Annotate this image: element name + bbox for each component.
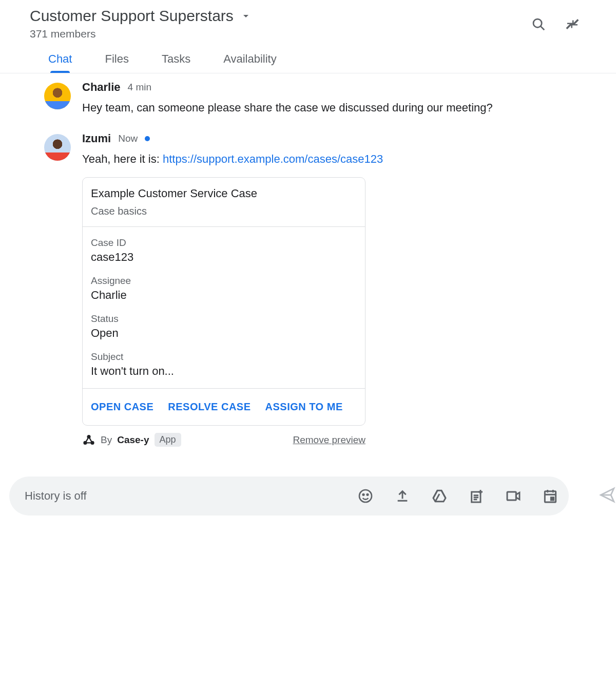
message-body: Hey team, can someone please share the c… <box>82 99 566 117</box>
message-author: Izumi <box>82 132 111 145</box>
svg-point-6 <box>363 494 364 496</box>
field-value: It won't turn on... <box>91 365 357 378</box>
app-name: Case-y <box>117 434 149 446</box>
tabs: Chat Files Tasks Availability <box>0 52 616 73</box>
svg-rect-9 <box>507 492 516 500</box>
message-timestamp: Now <box>118 133 138 144</box>
webhook-icon <box>82 433 95 447</box>
svg-point-7 <box>367 494 369 496</box>
composer[interactable]: History is off <box>9 477 569 516</box>
upload-icon[interactable] <box>394 488 411 504</box>
message-text: Yeah, here it is: <box>82 153 163 165</box>
field-label: Status <box>91 313 357 325</box>
field-value: Open <box>91 327 357 340</box>
card-subtitle: Case basics <box>91 205 357 217</box>
svg-point-4 <box>91 442 94 444</box>
calendar-icon[interactable] <box>542 488 559 504</box>
composer-placeholder: History is off <box>25 489 357 503</box>
message: Charlie 4 min Hey team, can someone plea… <box>30 81 586 117</box>
field-label: Case ID <box>91 237 357 249</box>
collapse-icon[interactable] <box>565 16 580 32</box>
avatar <box>44 134 71 161</box>
svg-point-0 <box>533 19 542 27</box>
message-author: Charlie <box>82 81 121 94</box>
send-icon[interactable] <box>599 486 616 504</box>
message-link[interactable]: https://support.example.com/cases/case12… <box>163 153 383 165</box>
message: Izumi Now Yeah, here it is: https://supp… <box>30 132 586 447</box>
unread-dot-icon <box>145 136 150 141</box>
svg-point-2 <box>88 435 90 438</box>
message-body: Yeah, here it is: https://support.exampl… <box>82 150 566 168</box>
member-count: 371 members <box>30 28 252 40</box>
app-badge: App <box>155 433 181 447</box>
drive-icon[interactable] <box>431 488 448 504</box>
tab-tasks[interactable]: Tasks <box>162 52 190 73</box>
svg-point-3 <box>84 442 87 444</box>
remove-preview-button[interactable]: Remove preview <box>293 434 366 446</box>
tab-chat[interactable]: Chat <box>48 52 72 73</box>
card-by-prefix: By <box>101 434 112 446</box>
field-value: case123 <box>91 251 357 264</box>
search-icon[interactable] <box>531 16 546 32</box>
card-title: Example Customer Service Case <box>91 187 357 200</box>
message-timestamp: 4 min <box>128 82 151 93</box>
open-case-button[interactable]: OPEN CASE <box>91 401 153 413</box>
field-label: Subject <box>91 351 357 363</box>
field-label: Assignee <box>91 275 357 287</box>
video-icon[interactable] <box>505 488 522 504</box>
field-value: Charlie <box>91 289 357 302</box>
tab-files[interactable]: Files <box>105 52 128 73</box>
tab-availability[interactable]: Availability <box>223 52 277 73</box>
assign-to-me-button[interactable]: ASSIGN TO ME <box>265 401 343 413</box>
dropdown-icon[interactable] <box>240 10 252 22</box>
link-preview-card: Example Customer Service Case Case basic… <box>82 177 365 426</box>
docs-icon[interactable] <box>468 488 485 504</box>
avatar <box>44 83 71 109</box>
emoji-icon[interactable] <box>357 488 374 504</box>
svg-line-1 <box>541 26 544 30</box>
svg-rect-11 <box>551 498 553 500</box>
svg-point-5 <box>359 490 372 502</box>
space-title: Customer Support Superstars <box>30 7 234 25</box>
resolve-case-button[interactable]: RESOLVE CASE <box>168 401 251 413</box>
